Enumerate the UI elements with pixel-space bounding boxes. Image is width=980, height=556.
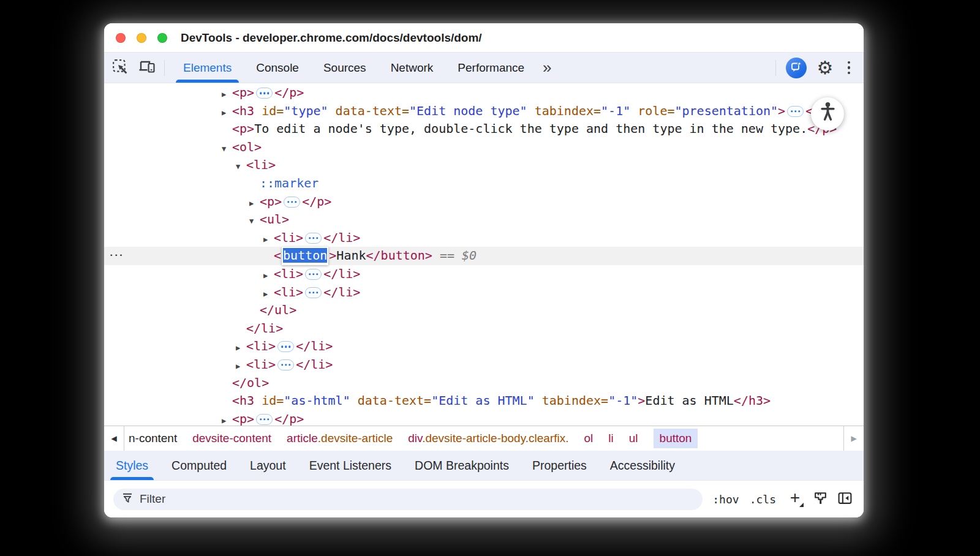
breadcrumb-item[interactable]: devsite-content [192,432,271,445]
dom-tree-row[interactable]: ▼<li> [104,156,864,175]
sidebar-tab-computed[interactable]: Computed [160,451,238,480]
dom-tree-row[interactable]: ▶<li></li> [104,265,864,284]
collapse-arrow-icon[interactable]: ▶ [222,412,232,426]
dom-tree-row[interactable]: </ol> [104,374,864,393]
dom-tree-row[interactable]: •••<button>Hank</button> == $0 [104,247,864,265]
rendering-emulation-button[interactable] [813,490,828,508]
row-overflow-dots-icon: ••• [110,247,124,265]
attribute-value-token: "-1" [608,393,638,408]
tag-token: </li> [296,357,333,372]
expand-children-badge-icon[interactable] [305,233,322,244]
devtools-window: DevTools - developer.chrome.com/docs/dev… [104,23,864,517]
inspect-element-button[interactable] [109,57,131,79]
sidebar-tab-dom-breakpoints[interactable]: DOM Breakpoints [403,451,521,480]
devtools-toolbar: ElementsConsoleSourcesNetworkPerformance… [104,53,864,83]
expand-arrow-icon[interactable]: ▼ [236,158,246,176]
sidebar-tab-event-listeners[interactable]: Event Listeners [298,451,403,480]
breadcrumb-item[interactable]: ol [584,432,594,445]
dom-tree-row[interactable]: ▶<p></p> [104,193,864,211]
device-toolbar-button[interactable] [136,57,158,79]
collapse-arrow-icon[interactable]: ▶ [263,285,274,304]
attribute-name-token: id= [254,393,284,408]
sidebar-tab-styles[interactable]: Styles [104,451,160,480]
collapse-arrow-icon[interactable]: ▶ [263,231,274,249]
expand-children-badge-icon[interactable] [277,359,294,370]
tag-token: <h3 [232,393,254,408]
collapse-arrow-icon[interactable]: ▶ [263,267,274,285]
tab-console[interactable]: Console [244,53,311,83]
dom-tree-row[interactable]: </ul> [104,301,864,320]
attribute-value-token: "as-html" [284,393,350,408]
expand-arrow-icon[interactable]: ▼ [249,212,260,231]
dom-tree-row[interactable]: ▶<p></p> [104,84,864,102]
breadcrumb-item[interactable]: li [608,432,613,445]
collapse-arrow-icon[interactable]: ▶ [222,86,232,104]
breadcrumb: n-contentdevsite-contentarticle.devsite-… [124,429,698,448]
maximize-button[interactable] [157,33,167,43]
collapse-arrow-icon[interactable]: ▶ [236,358,246,376]
expand-children-badge-icon[interactable] [256,414,273,425]
sidebar-tab-layout[interactable]: Layout [238,451,298,480]
expand-children-badge-icon[interactable] [277,341,294,352]
tab-performance[interactable]: Performance [445,53,537,83]
dom-tree-row[interactable]: ▶<li></li> [104,284,864,302]
collapse-arrow-icon[interactable]: ▶ [236,339,246,358]
expand-children-badge-icon[interactable] [305,287,322,298]
device-toolbar-icon [138,59,156,77]
expand-children-badge-icon[interactable] [284,197,300,208]
more-tabs-button[interactable]: » [537,58,556,77]
minimize-button[interactable] [137,33,146,43]
dom-tree-row[interactable]: </li> [104,320,864,338]
collapse-arrow-icon[interactable]: ▶ [222,104,232,122]
settings-gear-icon[interactable]: ⚙ [817,59,834,77]
dom-tree-row[interactable]: ▼<ul> [104,211,864,229]
dom-tree-row[interactable]: ▶<li></li> [104,356,864,374]
sidebar-tab-properties[interactable]: Properties [521,451,598,480]
ai-chat-sparkle-icon [790,61,802,75]
tab-network[interactable]: Network [379,53,446,83]
dom-tree-row[interactable]: <h3 id="as-html" data-text="Edit as HTML… [104,392,864,410]
tag-token: </li> [323,285,360,299]
expand-children-badge-icon[interactable] [256,88,273,99]
expand-children-badge-icon[interactable] [305,269,322,280]
breadcrumb-item[interactable]: div.devsite-article-body.clearfix. [408,432,568,445]
toggle-sidebar-button[interactable] [837,490,853,508]
dom-tree-row[interactable]: ▶<li></li> [104,337,864,356]
breadcrumb-item[interactable]: button [654,429,698,448]
tag-token: </button> [366,248,432,263]
dom-tree-row[interactable]: ▶<p></p> [104,410,864,426]
breadcrumb-scroll-left-button[interactable]: ◀ [104,426,124,451]
expand-children-badge-icon[interactable] [787,106,804,117]
tag-token: </h3> [734,393,771,408]
crumb-segment: button [660,432,692,445]
customize-devtools-menu-icon[interactable] [845,59,853,77]
breadcrumb-item[interactable]: n-content [129,432,177,445]
tab-elements[interactable]: Elements [171,53,244,83]
dom-tree-row[interactable]: <p>To edit a node's type, double-click t… [104,120,864,138]
crumb-segment: div [408,432,422,445]
collapse-arrow-icon[interactable]: ▶ [249,195,260,213]
tag-name-edit-box[interactable]: button [282,247,328,265]
breadcrumb-item[interactable]: article.devsite-article [287,432,393,445]
element-classes-button[interactable]: .cls [750,493,776,506]
tag-token: > [778,103,785,118]
filter-input[interactable] [140,492,695,506]
toggle-element-state-button[interactable]: :hov [712,493,739,506]
title-bar: DevTools - developer.chrome.com/docs/dev… [104,23,864,53]
breadcrumb-item[interactable]: ul [629,432,638,445]
tag-token: <li> [246,357,276,372]
expand-arrow-icon[interactable]: ▼ [222,140,232,159]
toolbar-right: ⚙ [774,58,864,78]
sidebar-tab-accessibility[interactable]: Accessibility [598,451,687,480]
breadcrumb-scroll-right-button[interactable]: ▶ [843,426,864,451]
close-button[interactable] [116,33,126,43]
dom-tree-row[interactable]: ▶<h3 id="type" data-text="Edit node type… [104,102,864,121]
dom-tree-row[interactable]: ::marker [104,175,864,193]
paint-brush-icon [813,490,828,508]
styles-filter-field[interactable] [113,489,703,510]
dom-tree-row[interactable]: ▶<li></li> [104,229,864,247]
new-style-rule-button[interactable]: + [786,490,804,508]
tab-sources[interactable]: Sources [311,53,379,83]
ai-assistance-button[interactable] [786,58,807,78]
dom-tree-row[interactable]: ▼<ol> [104,138,864,157]
